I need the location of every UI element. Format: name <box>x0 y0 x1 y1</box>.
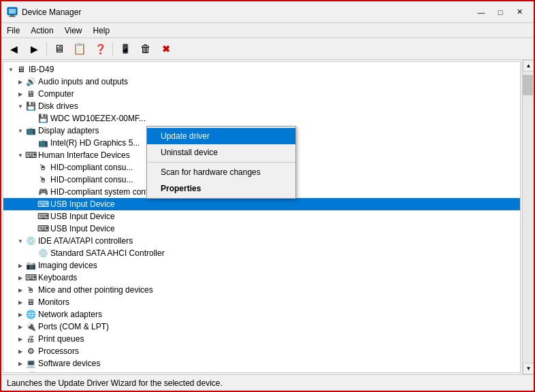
ports-expand-icon: ▶ <box>16 322 25 331</box>
ctx-properties[interactable]: Properties <box>147 180 295 197</box>
keyboards-label: Keyboards <box>38 273 77 282</box>
computer-label: Computer <box>38 89 74 99</box>
computer-button[interactable]: 🖥 <box>50 40 69 58</box>
hid-c1-icon: 🖱 <box>37 162 48 173</box>
processors-expand-icon: ▶ <box>16 346 25 356</box>
disable-button[interactable]: ✖ <box>157 40 176 58</box>
imaging-expand-icon: ▶ <box>16 261 25 270</box>
svg-rect-1 <box>9 9 16 14</box>
ide-icon: 💿 <box>25 235 36 246</box>
imaging-label: Imaging devices <box>38 261 97 270</box>
network-icon: 🌐 <box>25 309 36 320</box>
properties-button[interactable]: 📋 <box>70 40 89 58</box>
software-label: Software devices <box>38 359 100 368</box>
tree-item-sata[interactable]: 💿 Standard SATA AHCI Controller <box>3 247 520 259</box>
tree-item-ide[interactable]: ▼ 💿 IDE ATA/ATAPI controllers <box>3 235 520 247</box>
display-label: Display adapters <box>38 126 99 135</box>
tree-item-diskdrives[interactable]: ▼ 💾 Disk drives <box>3 100 520 112</box>
hid-c2-label: HID-compliant consu... <box>50 175 133 184</box>
context-menu: Update driver Uninstall device Scan for … <box>146 126 296 199</box>
sound-expand-icon: ▶ <box>16 371 25 373</box>
software-expand-icon: ▶ <box>16 359 25 368</box>
hid-icon: ⌨ <box>25 150 36 161</box>
tree-item-network[interactable]: ▶ 🌐 Network adapters <box>3 308 520 321</box>
processors-label: Processors <box>38 346 79 356</box>
tree-item-ports[interactable]: ▶ 🔌 Ports (COM & LPT) <box>3 321 520 333</box>
menu-file[interactable]: File <box>1 23 25 37</box>
ctx-update-driver[interactable]: Update driver <box>147 128 295 144</box>
tree-item-software[interactable]: ▶ 💻 Software devices <box>3 357 520 370</box>
tree-item-processors[interactable]: ▶ ⚙ Processors <box>3 345 520 357</box>
app-icon <box>7 7 18 18</box>
minimize-button[interactable]: — <box>472 5 490 20</box>
audio-label: Audio inputs and outputs <box>38 77 128 86</box>
print-expand-icon: ▶ <box>16 334 25 344</box>
network-label: Network adapters <box>38 310 102 319</box>
menu-help[interactable]: Help <box>88 23 116 37</box>
vertical-scrollbar[interactable]: ▲ ▼ <box>522 60 534 374</box>
audio-expand-icon: ▶ <box>16 77 25 86</box>
ports-icon: 🔌 <box>25 321 36 332</box>
tree-item-keyboards[interactable]: ▶ ⌨ Keyboards <box>3 272 520 284</box>
ide-expand-icon: ▼ <box>16 236 25 246</box>
usb2-label: USB Input Device <box>50 212 115 221</box>
mice-icon: 🖱 <box>25 284 36 295</box>
network-expand-icon: ▶ <box>16 310 25 319</box>
intelhd-expand-icon <box>28 138 37 148</box>
audio-icon: 🔊 <box>25 76 36 87</box>
wdc-label: WDC WD10EZEX-00MF... <box>50 114 146 123</box>
tree-item-usb2[interactable]: ⌨ USB Input Device <box>3 210 520 223</box>
menu-bar: File Action View Help <box>1 23 534 38</box>
tree-item-imaging[interactable]: ▶ 📷 Imaging devices <box>3 259 520 272</box>
tree-item-print[interactable]: ▶ 🖨 Print queues <box>3 333 520 345</box>
tree-item-monitors[interactable]: ▶ 🖥 Monitors <box>3 296 520 308</box>
computer-expand-icon: ▶ <box>16 89 25 99</box>
usb2-icon: ⌨ <box>37 211 48 222</box>
forward-button[interactable]: ▶ <box>25 40 44 58</box>
close-button[interactable]: ✕ <box>510 5 528 20</box>
maximize-button[interactable]: □ <box>491 5 509 20</box>
menu-view[interactable]: View <box>59 23 88 37</box>
hid-c1-label: HID-compliant consu... <box>50 163 133 172</box>
window-title: Device Manager <box>22 7 472 17</box>
toolbar-separator-1 <box>46 42 47 56</box>
usb1-icon: ⌨ <box>37 199 48 210</box>
intelhd-icon: 📺 <box>37 137 48 148</box>
intelhd-label: Intel(R) HD Graphics 5... <box>50 138 140 148</box>
display-icon: 📺 <box>25 125 36 136</box>
uninstall-button[interactable]: 🗑 <box>136 40 155 58</box>
diskdrives-label: Disk drives <box>38 101 78 111</box>
menu-action[interactable]: Action <box>25 23 59 37</box>
scroll-down-button[interactable]: ▼ <box>523 363 534 374</box>
tree-item-usb3[interactable]: ⌨ USB Input Device <box>3 223 520 235</box>
content-area: ▼ 🖥 IB-D49 ▶ 🔊 Audio inputs and outputs … <box>1 60 534 374</box>
svg-rect-2 <box>10 15 14 16</box>
sata-icon: 💿 <box>37 248 48 259</box>
sata-label: Standard SATA AHCI Controller <box>50 248 165 258</box>
device-tree[interactable]: ▼ 🖥 IB-D49 ▶ 🔊 Audio inputs and outputs … <box>3 61 521 373</box>
window-controls: — □ ✕ <box>472 5 528 20</box>
back-button[interactable]: ◀ <box>4 40 23 58</box>
root-label: IB-D49 <box>29 65 54 74</box>
status-bar: Launches the Update Driver Wizard for th… <box>1 374 534 391</box>
scroll-thumb[interactable] <box>523 75 533 95</box>
scroll-up-button[interactable]: ▲ <box>523 60 534 71</box>
ctx-uninstall-device[interactable]: Uninstall device <box>147 144 295 161</box>
tree-item-sound[interactable]: ▶ 🔊 Sound, video and game controllers <box>3 370 520 373</box>
tree-item-wdc[interactable]: 💾 WDC WD10EZEX-00MF... <box>3 112 520 125</box>
svg-rect-3 <box>9 16 16 17</box>
help-button[interactable]: ❓ <box>91 40 110 58</box>
usb1-label: USB Input Device <box>50 199 115 209</box>
sound-icon: 🔊 <box>25 370 36 373</box>
scroll-track[interactable] <box>523 71 534 363</box>
tree-item-computer[interactable]: ▶ 🖥 Computer <box>3 88 520 100</box>
tree-item-usb1[interactable]: ⌨ USB Input Device <box>3 198 520 210</box>
usb3-label: USB Input Device <box>50 224 115 233</box>
tree-root[interactable]: ▼ 🖥 IB-D49 <box>3 63 520 76</box>
tree-item-audio[interactable]: ▶ 🔊 Audio inputs and outputs <box>3 76 520 88</box>
ctx-scan-hardware[interactable]: Scan for hardware changes <box>147 164 295 180</box>
mice-label: Mice and other pointing devices <box>38 285 153 295</box>
computer-icon: 🖥 <box>25 88 36 99</box>
tree-item-mice[interactable]: ▶ 🖱 Mice and other pointing devices <box>3 284 520 296</box>
update-driver-button[interactable]: 📱 <box>116 40 135 58</box>
